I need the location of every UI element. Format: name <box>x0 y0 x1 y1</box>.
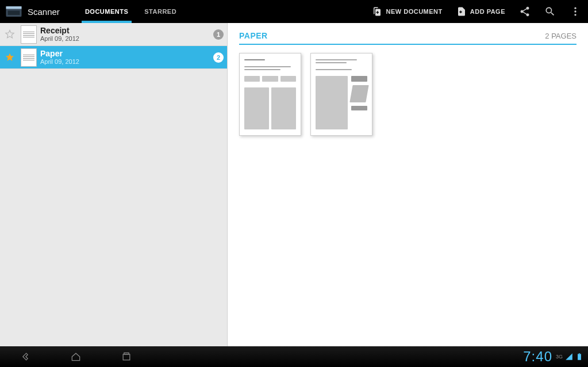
overflow-button[interactable] <box>563 0 588 23</box>
svg-rect-7 <box>124 353 129 354</box>
detail-header: PAPER 2 PAGES <box>239 31 577 45</box>
battery-icon <box>575 353 583 361</box>
overflow-icon <box>570 6 581 17</box>
page-thumbnail-1[interactable] <box>239 53 301 136</box>
network-label: 3G <box>556 354 563 360</box>
svg-point-4 <box>574 10 576 12</box>
document-title: Receipt <box>40 26 213 35</box>
document-item-paper[interactable]: Paper April 09, 2012 2 <box>0 46 227 69</box>
tab-documents[interactable]: DOCUMENTS <box>77 0 136 23</box>
add-page-label: ADD PAGE <box>470 8 505 15</box>
page-thumbnails <box>239 53 577 136</box>
share-icon <box>519 6 531 17</box>
app-title: Scanner <box>28 7 60 17</box>
clock: 7:40 <box>523 349 552 365</box>
star-outline-icon <box>4 29 16 40</box>
svg-rect-9 <box>579 353 580 354</box>
search-button[interactable] <box>537 0 563 23</box>
document-date: April 09, 2012 <box>40 35 213 42</box>
document-title: Paper <box>40 49 213 58</box>
tab-bar: DOCUMENTS STARRED <box>77 0 185 23</box>
star-filled-icon <box>4 52 16 63</box>
document-detail: PAPER 2 PAGES <box>228 23 588 346</box>
document-list: Receipt April 09, 2012 1 Paper April 09,… <box>0 23 228 346</box>
back-button[interactable] <box>17 349 33 365</box>
document-date: April 09, 2012 <box>40 58 213 65</box>
svg-rect-8 <box>578 354 581 360</box>
document-meta: Receipt April 09, 2012 <box>40 26 213 42</box>
document-thumbnail <box>21 48 37 67</box>
action-bar: Scanner DOCUMENTS STARRED NEW DOCUMENT A… <box>0 0 588 23</box>
detail-page-count: 2 PAGES <box>545 32 577 40</box>
new-document-icon <box>372 6 382 17</box>
detail-title: PAPER <box>239 31 268 40</box>
svg-rect-2 <box>8 11 20 16</box>
new-document-label: NEW DOCUMENT <box>386 8 442 15</box>
share-button[interactable] <box>512 0 537 23</box>
document-item-receipt[interactable]: Receipt April 09, 2012 1 <box>0 23 227 46</box>
svg-rect-1 <box>6 6 22 9</box>
star-toggle[interactable] <box>2 29 17 40</box>
home-icon <box>70 351 82 362</box>
page-count-badge: 1 <box>213 29 224 40</box>
search-icon <box>544 6 556 17</box>
home-button[interactable] <box>68 349 84 365</box>
svg-rect-6 <box>123 354 130 360</box>
recents-button[interactable] <box>118 349 134 365</box>
system-nav-bar: 7:40 3G <box>0 346 588 367</box>
document-thumbnail <box>21 25 37 44</box>
tab-starred[interactable]: STARRED <box>136 0 185 23</box>
add-page-icon <box>456 6 467 17</box>
status-icons: 3G <box>556 353 583 361</box>
signal-icon <box>565 353 573 361</box>
star-toggle[interactable] <box>2 52 17 63</box>
app-icon <box>3 1 24 22</box>
recents-icon <box>121 351 132 362</box>
add-page-button[interactable]: ADD PAGE <box>449 0 512 23</box>
page-thumbnail-2[interactable] <box>310 53 372 136</box>
svg-point-3 <box>574 7 576 9</box>
back-icon <box>20 351 31 362</box>
new-document-button[interactable]: NEW DOCUMENT <box>365 0 449 23</box>
svg-point-5 <box>574 14 576 16</box>
page-count-badge: 2 <box>213 52 224 63</box>
main-area: Receipt April 09, 2012 1 Paper April 09,… <box>0 23 588 346</box>
document-meta: Paper April 09, 2012 <box>40 49 213 65</box>
